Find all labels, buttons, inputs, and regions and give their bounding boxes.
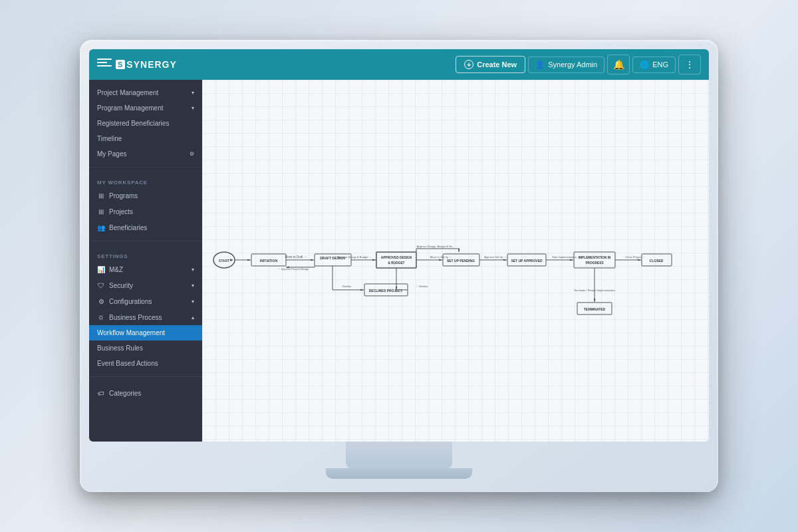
settings-section: SETTINGS 📊 M&Z ▾ 🛡 Security ▾ ⚙ bbox=[89, 244, 202, 374]
sidebar-item-label: Business Process bbox=[109, 314, 162, 321]
sidebar-item-project-management[interactable]: Project Management ▾ bbox=[89, 85, 202, 100]
sliders-icon: ⚙ bbox=[97, 297, 105, 305]
sidebar-item-label: Business Rules bbox=[97, 344, 143, 352]
sidebar-item-business-process[interactable]: ⛭ Business Process ▴ bbox=[89, 309, 202, 325]
sidebar-item-label: Program Management bbox=[97, 104, 164, 112]
tag-icon: 🏷 bbox=[97, 389, 105, 397]
app-header: S SYNERGY + Create New 👤 Synergy Admin bbox=[89, 49, 709, 80]
sidebar-divider-3 bbox=[89, 376, 202, 377]
svg-text:IMPLEMENTATION IN: IMPLEMENTATION IN bbox=[579, 256, 611, 259]
more-menu-button[interactable]: ⋮ bbox=[678, 55, 701, 74]
bottom-section: 🏷 Categories bbox=[89, 380, 202, 404]
svg-text:SET UP PENDING: SET UP PENDING bbox=[447, 259, 475, 263]
svg-text:START: START bbox=[219, 259, 229, 263]
chevron-down-icon: ▾ bbox=[192, 105, 194, 111]
header-actions: + Create New 👤 Synergy Admin 🔔 🌐 ENG bbox=[456, 55, 701, 74]
sidebar-item-mez[interactable]: 📊 M&Z ▾ bbox=[89, 261, 202, 277]
sidebar-item-programs[interactable]: ⊞ Programs bbox=[89, 188, 202, 203]
hamburger-icon bbox=[97, 59, 112, 70]
svg-text:Move to Draft →: Move to Draft → bbox=[285, 255, 307, 259]
sidebar-item-label: Timeline bbox=[97, 135, 122, 142]
sidebar-item-projects[interactable]: ⊞ Projects bbox=[89, 203, 202, 219]
chevron-down-icon: ▾ bbox=[192, 267, 194, 273]
sidebar-item-event-based-actions[interactable]: Event Based Actions bbox=[89, 356, 202, 371]
more-icon: ⋮ bbox=[685, 59, 694, 70]
sidebar-item-label: Registered Beneficiaries bbox=[97, 120, 169, 127]
chart-icon: 📊 bbox=[97, 265, 105, 273]
svg-text:Approve Set Up →: Approve Set Up → bbox=[484, 255, 506, 259]
sidebar-item-label: Workflow Management bbox=[97, 329, 165, 336]
svg-text:SET UP APPROVED: SET UP APPROVED bbox=[511, 259, 543, 263]
svg-text:APPROVED DESIGN: APPROVED DESIGN bbox=[381, 256, 412, 259]
nav-section: Project Management ▾ Program Management … bbox=[89, 80, 202, 164]
svg-text:CLOSED: CLOSED bbox=[650, 259, 664, 263]
svg-text:← Decline: ← Decline bbox=[416, 285, 428, 288]
sidebar-item-label: Project Management bbox=[97, 89, 158, 96]
bell-icon: 🔔 bbox=[613, 59, 624, 70]
sidebar-item-beneficiaries[interactable]: 👥 Beneficiaries bbox=[89, 219, 202, 235]
settings-section-label: SETTINGS bbox=[89, 249, 202, 261]
sidebar-item-label: Event Based Actions bbox=[97, 360, 158, 367]
brand: S SYNERGY bbox=[116, 59, 177, 70]
grid-icon: ⊞ bbox=[97, 192, 105, 200]
monitor-wrapper: S SYNERGY + Create New 👤 Synergy Admin bbox=[80, 40, 718, 492]
sidebar-item-label: Configurations bbox=[109, 298, 152, 305]
brand-s-icon: S bbox=[116, 60, 125, 69]
lang-label: ENG bbox=[652, 61, 668, 68]
svg-marker-4 bbox=[230, 259, 233, 261]
plus-circle-icon: + bbox=[464, 60, 473, 69]
sidebar-item-label: My Pages bbox=[97, 150, 126, 158]
sidebar: Project Management ▾ Program Management … bbox=[89, 80, 202, 442]
gear-icon: ⚙ bbox=[190, 151, 194, 157]
svg-text:Start Implementation →: Start Implementation → bbox=[552, 255, 580, 259]
svg-text:TERMINATED: TERMINATED bbox=[584, 307, 606, 311]
header-logo: S SYNERGY bbox=[97, 59, 177, 70]
svg-rect-17 bbox=[376, 252, 416, 268]
globe-icon: 🌐 bbox=[640, 61, 649, 69]
sidebar-item-label: Projects bbox=[109, 208, 133, 215]
monitor-screen: S SYNERGY + Create New 👤 Synergy Admin bbox=[89, 49, 709, 442]
svg-text:DECLINED PROJECT: DECLINED PROJECT bbox=[369, 289, 403, 293]
svg-text:Decline: Decline bbox=[342, 285, 352, 288]
svg-text:← Improve Project Design: ← Improve Project Design bbox=[278, 267, 309, 271]
workflow-diagram: START INITIATION Move to Draft → bbox=[209, 190, 702, 326]
workflow-canvas[interactable]: START INITIATION Move to Draft → bbox=[202, 80, 709, 442]
workspace-section: MY WORKSPACE ⊞ Programs ⊞ Projects 👥 Ben… bbox=[89, 170, 202, 238]
chevron-down-icon: ▾ bbox=[192, 90, 194, 96]
sidebar-item-program-management[interactable]: Program Management ▾ bbox=[89, 100, 202, 116]
create-new-button[interactable]: + Create New bbox=[456, 56, 525, 73]
sidebar-item-categories[interactable]: 🏷 Categories bbox=[89, 385, 202, 401]
sidebar-item-timeline[interactable]: Timeline bbox=[89, 131, 202, 146]
notification-button[interactable]: 🔔 bbox=[607, 55, 630, 74]
svg-text:Approve Design & Budget →: Approve Design & Budget → bbox=[337, 255, 371, 259]
sidebar-item-registered-beneficiaries[interactable]: Registered Beneficiaries bbox=[89, 116, 202, 131]
sidebar-item-security[interactable]: 🛡 Security ▾ bbox=[89, 277, 202, 293]
sidebar-item-configurations[interactable]: ⚙ Configurations ▾ bbox=[89, 293, 202, 309]
svg-text:INITIATION: INITIATION bbox=[260, 259, 277, 263]
sidebar-item-label: Beneficiaries bbox=[109, 224, 147, 231]
grid-icon: ⊞ bbox=[97, 207, 105, 215]
sidebar-divider bbox=[89, 167, 202, 168]
sidebar-item-my-pages[interactable]: My Pages ⚙ bbox=[89, 146, 202, 162]
sidebar-divider-2 bbox=[89, 241, 202, 241]
svg-text:PROGRESS: PROGRESS bbox=[585, 261, 604, 265]
language-button[interactable]: 🌐 ENG bbox=[632, 57, 676, 73]
sidebar-item-business-rules[interactable]: Business Rules bbox=[89, 340, 202, 356]
process-icon: ⛭ bbox=[97, 313, 105, 321]
shield-icon: 🛡 bbox=[97, 281, 105, 289]
monitor-frame: S SYNERGY + Create New 👤 Synergy Admin bbox=[80, 40, 718, 492]
sidebar-item-label: Programs bbox=[109, 192, 138, 200]
app-body: Project Management ▾ Program Management … bbox=[89, 80, 709, 442]
sidebar-item-workflow-management[interactable]: Workflow Management bbox=[89, 325, 202, 340]
chevron-down-icon: ▾ bbox=[192, 283, 194, 289]
person-icon: 👥 bbox=[97, 223, 105, 231]
sidebar-item-label: M&Z bbox=[109, 266, 123, 273]
create-new-label: Create New bbox=[477, 61, 517, 68]
svg-rect-34 bbox=[574, 252, 615, 268]
chevron-up-icon: ▴ bbox=[192, 315, 194, 321]
sidebar-item-label: Categories bbox=[109, 390, 141, 397]
admin-label: Synergy Admin bbox=[548, 61, 597, 68]
svg-text:Terminate / Restart Implementa: Terminate / Restart Implementation bbox=[574, 289, 615, 292]
chevron-down-icon: ▾ bbox=[192, 299, 194, 305]
admin-button[interactable]: 👤 Synergy Admin bbox=[528, 57, 604, 73]
